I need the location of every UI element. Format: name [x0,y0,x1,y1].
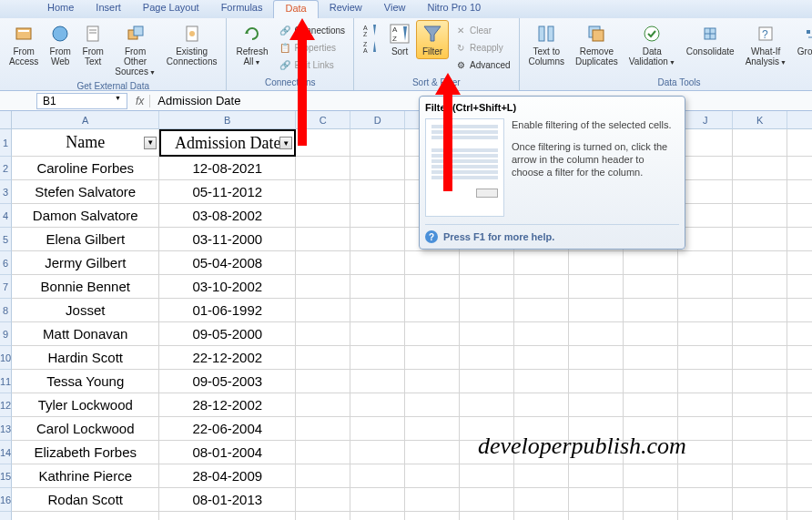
from-access-button[interactable]: From Access [4,20,44,69]
cell[interactable]: Rodan Scott [12,488,159,512]
cell[interactable]: Kathrine Pierce [12,464,159,488]
row-header[interactable]: 17 [0,512,12,520]
cell[interactable] [733,346,787,370]
cell[interactable] [350,251,405,275]
cell[interactable] [733,204,787,228]
cell[interactable] [787,370,812,393]
cell[interactable] [678,180,733,204]
cell[interactable] [460,512,514,520]
row-header[interactable]: 16 [0,488,12,512]
cell[interactable] [296,393,350,417]
cell[interactable] [733,180,787,204]
cell[interactable] [405,275,460,299]
from-text-button[interactable]: From Text [76,20,109,69]
cell[interactable] [514,370,569,393]
cell[interactable]: Elizabeth Forbes [12,441,159,464]
row-header[interactable]: 8 [0,299,12,322]
cell[interactable] [787,157,812,180]
cell[interactable]: 01-06-1992 [159,299,296,322]
cell[interactable] [787,512,812,520]
row-header[interactable]: 9 [0,322,12,346]
cell[interactable] [350,512,405,520]
cell[interactable] [350,322,405,346]
cell[interactable] [159,512,296,520]
cell[interactable] [350,417,405,441]
cell[interactable] [514,393,569,417]
cell[interactable] [624,299,678,322]
column-header[interactable]: L [787,111,812,129]
cell[interactable] [733,228,787,251]
group-button[interactable]: Group▼ [792,20,812,60]
cell[interactable] [678,488,733,512]
cell[interactable] [733,129,787,157]
text-to-columns-button[interactable]: Text to Columns [523,20,570,69]
cell[interactable] [733,251,787,275]
cell[interactable] [678,129,733,157]
cell[interactable] [733,157,787,180]
tab-home[interactable]: Home [36,0,85,18]
cell[interactable] [787,251,812,275]
cell[interactable]: 09-05-2000 [159,322,296,346]
row-header[interactable]: 15 [0,464,12,488]
cell[interactable] [350,157,405,180]
cell[interactable]: 09-05-2003 [159,370,296,393]
cell[interactable] [678,370,733,393]
cell[interactable] [787,346,812,370]
cell[interactable]: 22-06-2004 [159,417,296,441]
cell[interactable] [350,370,405,393]
cell[interactable] [624,275,678,299]
cell[interactable] [296,370,350,393]
cell[interactable]: Bonnie Bennet [12,275,159,299]
row-header[interactable]: 10 [0,346,12,370]
cell[interactable] [678,512,733,520]
cell[interactable] [787,275,812,299]
from-other-sources-button[interactable]: From Other Sources▼ [109,20,161,80]
cell[interactable] [460,370,514,393]
cell[interactable] [678,464,733,488]
cell[interactable] [733,464,787,488]
cell[interactable] [296,464,350,488]
cell[interactable] [514,299,569,322]
cell[interactable] [678,275,733,299]
cell[interactable] [569,346,624,370]
cell[interactable] [787,228,812,251]
cell[interactable] [350,228,405,251]
cell[interactable] [569,370,624,393]
cell[interactable] [296,228,350,251]
tab-insert[interactable]: Insert [85,0,132,18]
cell[interactable] [569,299,624,322]
cell[interactable] [514,512,569,520]
cell[interactable] [733,393,787,417]
cell[interactable] [350,275,405,299]
cell[interactable] [460,322,514,346]
cell[interactable] [350,346,405,370]
row-header[interactable]: 4 [0,204,12,228]
cell[interactable]: Tessa Young [12,370,159,393]
cell[interactable] [514,346,569,370]
cell[interactable] [405,299,460,322]
cell[interactable] [624,370,678,393]
cell[interactable] [733,488,787,512]
clear-filter-button[interactable]: ✕Clear [451,22,513,38]
cell[interactable] [405,488,460,512]
cell[interactable] [296,204,350,228]
cell[interactable] [678,393,733,417]
cell[interactable] [678,157,733,180]
cell[interactable] [296,322,350,346]
cell[interactable] [350,129,405,157]
row-header[interactable]: 1 [0,129,12,157]
column-header[interactable]: D [350,111,405,129]
cell[interactable]: 05-04-2008 [159,251,296,275]
tab-page-layout[interactable]: Page Layout [132,0,210,18]
cell[interactable] [569,512,624,520]
cell[interactable]: 22-12-2002 [159,346,296,370]
cell[interactable]: Damon Salvatore [12,204,159,228]
row-header[interactable]: 5 [0,228,12,251]
cell[interactable] [787,441,812,464]
cell[interactable] [296,417,350,441]
cell[interactable] [405,346,460,370]
cell[interactable] [624,512,678,520]
tab-review[interactable]: Review [319,0,373,18]
cell[interactable]: Caroline Forbes [12,157,159,180]
what-if-button[interactable]: ? What-If Analysis▼ [740,20,792,70]
